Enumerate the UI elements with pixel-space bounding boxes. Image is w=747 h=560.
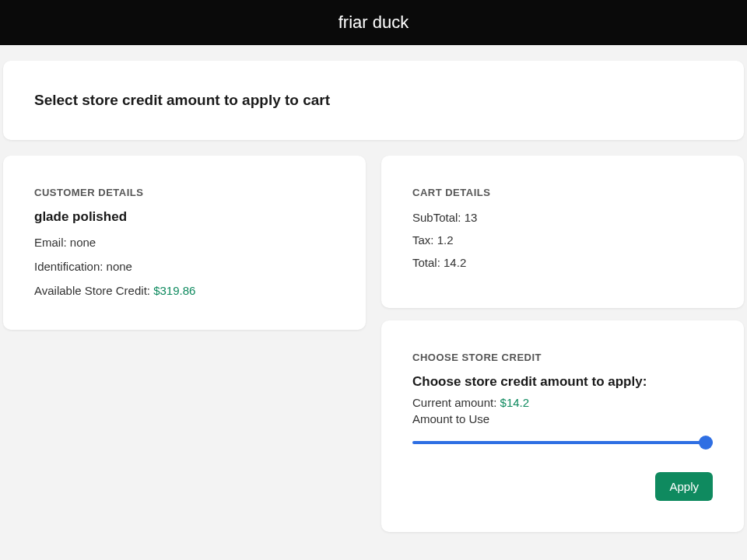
customer-credit-line: Available Store Credit: $319.86: [34, 282, 335, 299]
cart-subtotal-line: SubTotal: 13: [412, 209, 713, 226]
page-title: Select store credit amount to apply to c…: [34, 92, 713, 109]
cart-subtotal-label: SubTotal:: [412, 211, 465, 224]
current-amount-label: Current amount:: [412, 396, 500, 409]
slider-wrap: [412, 433, 713, 449]
customer-details-card: CUSTOMER DETAILS glade polished Email: n…: [3, 156, 366, 330]
customer-credit-label: Available Store Credit:: [34, 284, 153, 297]
cart-tax-line: Tax: 1.2: [412, 232, 713, 248]
customer-email-line: Email: none: [34, 234, 335, 250]
customer-id-label: Identification:: [34, 260, 107, 273]
cart-total-value: 14.2: [444, 256, 466, 269]
app-title: friar duck: [338, 12, 409, 33]
current-amount-line: Current amount: $14.2: [412, 396, 713, 409]
slider-label: Amount to Use: [412, 412, 713, 425]
main-container: Select store credit amount to apply to c…: [0, 45, 747, 532]
customer-credit-value: $319.86: [153, 284, 195, 297]
choose-credit-card: CHOOSE STORE CREDIT Choose store credit …: [381, 320, 744, 532]
customer-email-value: none: [70, 236, 96, 249]
choose-title: Choose store credit amount to apply:: [412, 374, 713, 390]
cart-total-label: Total:: [412, 256, 444, 269]
customer-id-line: Identification: none: [34, 258, 335, 275]
cart-tax-value: 1.2: [437, 233, 454, 247]
cart-details-card: CART DETAILS SubTotal: 13 Tax: 1.2 Total…: [381, 156, 744, 308]
customer-name: glade polished: [34, 209, 335, 225]
customer-section-label: CUSTOMER DETAILS: [34, 187, 335, 198]
cart-subtotal-value: 13: [465, 211, 478, 224]
app-header: friar duck: [0, 0, 747, 45]
cart-total-line: Total: 14.2: [412, 254, 713, 271]
customer-email-label: Email:: [34, 236, 70, 249]
current-amount-value: $14.2: [500, 396, 530, 409]
right-column: CART DETAILS SubTotal: 13 Tax: 1.2 Total…: [381, 156, 744, 532]
title-card: Select store credit amount to apply to c…: [3, 61, 744, 140]
apply-row: Apply: [412, 472, 713, 501]
cart-section-label: CART DETAILS: [412, 187, 713, 198]
content-grid: CUSTOMER DETAILS glade polished Email: n…: [3, 156, 744, 532]
amount-slider[interactable]: [412, 441, 713, 444]
customer-id-value: none: [107, 260, 132, 273]
choose-section-label: CHOOSE STORE CREDIT: [412, 352, 713, 363]
apply-button[interactable]: Apply: [655, 472, 713, 501]
cart-tax-label: Tax:: [412, 233, 437, 247]
